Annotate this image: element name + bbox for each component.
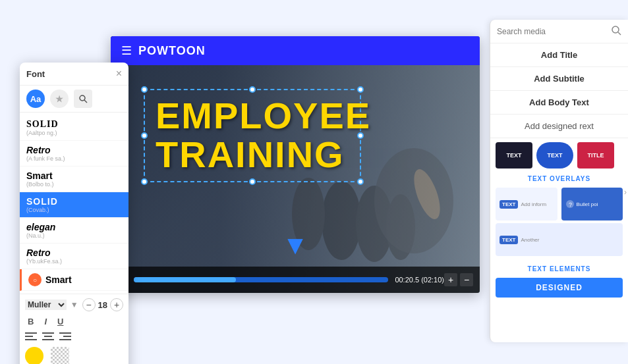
text-elements-row1: TEXT Add inform ? Bullet poi bbox=[496, 188, 623, 221]
add-body-text-button[interactable]: Add Body Text bbox=[490, 91, 628, 115]
font-name-solid1: SOLID bbox=[26, 119, 122, 130]
overlay-card-dark[interactable]: TEXT bbox=[496, 142, 532, 169]
handle-mr[interactable] bbox=[357, 132, 364, 139]
text-overlays-section: TEXT TEXT TITLE › bbox=[490, 138, 628, 172]
training-text-line1: EMPLOYEE bbox=[156, 97, 349, 136]
font-filter-icons: Aa ★ bbox=[20, 86, 128, 113]
font-item-solid2[interactable]: SOLID (Covab.) bbox=[20, 192, 128, 218]
time-display: 00:20.5 (02:10) bbox=[395, 276, 444, 284]
font-size-value: 18 bbox=[98, 300, 107, 310]
color-swatch[interactable] bbox=[25, 347, 43, 364]
font-item-solid1[interactable]: SOLID (Aaltpo ng.) bbox=[20, 115, 128, 141]
font-sub-retro2: (Yb.ukFe.sa.) bbox=[26, 258, 122, 265]
align-center-button[interactable] bbox=[42, 332, 54, 343]
align-row bbox=[25, 332, 123, 343]
font-sub-elegant: (Na.u.) bbox=[26, 232, 122, 239]
svg-text:?: ? bbox=[569, 201, 572, 208]
font-item-elegant[interactable]: elegan (Na.u.) bbox=[20, 218, 128, 244]
app-logo: POWTOON bbox=[138, 44, 206, 58]
font-toolbar: Muller ▼ − 18 + B I U bbox=[20, 294, 128, 364]
handle-bl[interactable] bbox=[141, 178, 148, 185]
text-element-card-1[interactable]: TEXT Add inform bbox=[496, 188, 557, 221]
text-elements-label: TEXT ELEMENTS bbox=[490, 263, 628, 274]
font-name-retro1: Retro bbox=[26, 145, 122, 155]
align-right-button[interactable] bbox=[59, 332, 71, 343]
italic-button[interactable]: I bbox=[42, 315, 49, 328]
svg-point-0 bbox=[322, 181, 361, 260]
font-search-icon[interactable] bbox=[74, 90, 92, 108]
add-title-button[interactable]: Add Title bbox=[490, 43, 628, 67]
font-sub-retro1: (A funk Fe sa.) bbox=[26, 155, 122, 162]
text-elements-section: TEXT Add inform ? Bullet poi TEXT Anothe… bbox=[490, 184, 628, 263]
search-button[interactable] bbox=[611, 25, 621, 38]
text-overlays-label: TEXT OVERLAYS bbox=[490, 172, 628, 184]
overlay-title-label: TITLE bbox=[588, 152, 604, 159]
search-input[interactable] bbox=[497, 27, 607, 36]
handle-tm[interactable] bbox=[249, 86, 256, 93]
te-card-1-text: Add inform bbox=[521, 201, 546, 207]
te-card-3-text: Another bbox=[521, 237, 539, 243]
text-elements-row2: TEXT Another bbox=[496, 223, 623, 256]
font-item-retro1[interactable]: Retro (A funk Fe sa.) bbox=[20, 141, 128, 167]
font-item-retro2[interactable]: Retro (Yb.ukFe.sa.) bbox=[20, 244, 128, 269]
canvas-topbar: ☰ POWTOON bbox=[111, 36, 480, 65]
font-family-row: Muller ▼ − 18 + bbox=[25, 298, 123, 311]
font-name-retro2: Retro bbox=[26, 247, 122, 258]
font-name-solid2: SOLID bbox=[26, 196, 122, 207]
right-panel: Add Title Add Subtitle Add Body Text Add… bbox=[490, 20, 628, 342]
font-size-control: − 18 + bbox=[82, 298, 123, 311]
handle-tr[interactable] bbox=[357, 86, 364, 93]
text-element-card-3[interactable]: TEXT Another bbox=[496, 223, 623, 256]
opacity-tool[interactable]: Opacity bbox=[50, 347, 71, 364]
font-sub-smart1: (Bolbo to.) bbox=[26, 181, 122, 188]
handle-ml[interactable] bbox=[141, 132, 148, 139]
overlay-card-title[interactable]: TITLE bbox=[577, 142, 614, 169]
font-panel-close-button[interactable]: × bbox=[116, 68, 122, 80]
timeline-bar: ▶ 00:20.5 (02:10) + − bbox=[111, 267, 480, 293]
canvas-background: ☰ POWTOON EMPLOYEE TRAINING ▼ ▶ 00:20.5 … bbox=[111, 36, 480, 293]
align-left-button[interactable] bbox=[25, 332, 37, 343]
timeline-progress-fill bbox=[134, 277, 236, 282]
font-aa-icon[interactable]: Aa bbox=[26, 90, 45, 108]
timeline-zoom-in[interactable]: + bbox=[444, 273, 457, 286]
font-sub-solid1: (Aaltpo ng.) bbox=[26, 130, 122, 136]
opacity-grid[interactable] bbox=[51, 347, 69, 364]
font-item-smart2[interactable]: ○ Smart bbox=[20, 269, 128, 291]
underline-button[interactable]: U bbox=[55, 315, 66, 328]
font-size-decrease[interactable]: − bbox=[82, 298, 96, 311]
main-canvas: ☰ POWTOON EMPLOYEE TRAINING ▼ ▶ 00:20.5 … bbox=[111, 36, 480, 293]
te-card-2-text: Bullet poi bbox=[577, 201, 598, 207]
font-name-smart2: Smart bbox=[45, 274, 72, 285]
training-text-line2: TRAINING bbox=[156, 136, 349, 174]
font-name-elegant: elegan bbox=[26, 222, 122, 232]
timeline-zoom-out[interactable]: − bbox=[460, 273, 473, 286]
down-arrow-icon: ▼ bbox=[282, 230, 308, 260]
font-item-smart1[interactable]: Smart (Bolbo to.) bbox=[20, 167, 128, 192]
font-panel-title: Font bbox=[26, 69, 45, 79]
bold-button[interactable]: B bbox=[25, 315, 36, 328]
training-textbox[interactable]: EMPLOYEE TRAINING bbox=[144, 89, 361, 182]
overlay-blue-label: TEXT bbox=[547, 152, 562, 159]
font-select-arrow: ▼ bbox=[71, 300, 78, 309]
svg-point-4 bbox=[374, 148, 453, 253]
font-panel: Font × Aa ★ SOLID (Aaltpo ng.) Retro (A … bbox=[20, 63, 128, 364]
timeline-progress-bar[interactable] bbox=[134, 277, 388, 282]
color-tool[interactable]: Color bbox=[25, 347, 43, 364]
font-family-select[interactable]: Muller bbox=[25, 299, 67, 310]
designed-button[interactable]: DESIGNED bbox=[496, 278, 623, 298]
font-star-icon[interactable]: ★ bbox=[50, 90, 69, 108]
font-panel-header: Font × bbox=[20, 63, 128, 86]
svg-point-6 bbox=[80, 95, 85, 101]
te-tag-3: TEXT bbox=[500, 236, 518, 244]
handle-bm[interactable] bbox=[249, 178, 256, 185]
font-size-increase[interactable]: + bbox=[110, 298, 123, 311]
hamburger-icon[interactable]: ☰ bbox=[121, 43, 132, 58]
handle-tl[interactable] bbox=[141, 86, 148, 93]
te-tag-1: TEXT bbox=[500, 200, 518, 209]
add-subtitle-button[interactable]: Add Subtitle bbox=[490, 67, 628, 91]
add-designed-text-button[interactable]: Add designed rext bbox=[490, 115, 628, 138]
handle-br[interactable] bbox=[357, 178, 364, 185]
text-element-card-2[interactable]: ? Bullet poi bbox=[561, 188, 623, 221]
overlay-card-blue[interactable]: TEXT bbox=[536, 142, 573, 169]
font-orange-icon: ○ bbox=[28, 273, 42, 286]
